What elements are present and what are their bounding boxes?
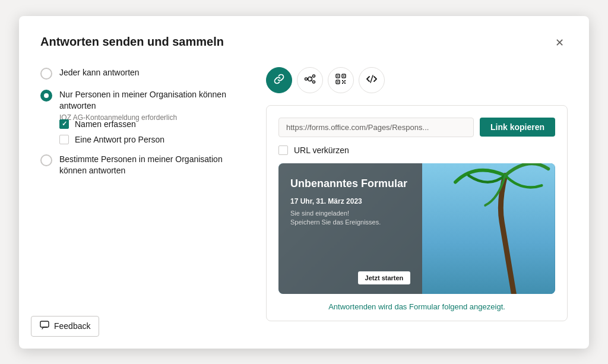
preview-date: 17 Uhr, 31. März 2023 [290,197,410,205]
svg-rect-8 [337,75,338,77]
svg-rect-13 [342,80,343,81]
feedback-button[interactable]: Feedback [31,316,99,337]
checkbox-antwort-box [59,135,69,144]
right-panel: Link kopieren URL verkürzen [266,67,568,334]
svg-rect-15 [342,83,343,84]
share-icon [304,73,316,87]
svg-point-1 [313,75,315,77]
svg-rect-20 [40,321,49,327]
tabs-row [266,67,568,93]
left-panel: Jeder kann antworten Nur Personen in mei… [40,67,242,334]
checkbox-namen[interactable]: Namen erfassen [59,119,242,129]
main-dialog: Antworten senden und sammeln ✕ Jeder kan… [19,16,589,349]
feedback-label: Feedback [54,321,90,331]
copy-link-button[interactable]: Link kopieren [480,118,555,137]
svg-rect-12 [337,81,338,83]
preview-card: Unbenanntes Formular 17 Uhr, 31. März 20… [278,163,555,294]
svg-rect-16 [344,83,346,84]
preview-form-title: Unbenanntes Formular [290,178,410,190]
tab-share[interactable] [297,67,323,93]
qr-icon [335,74,346,87]
svg-rect-10 [343,75,344,77]
preview-overlay: Unbenanntes Formular 17 Uhr, 31. März 20… [278,163,555,294]
link-icon [273,73,285,87]
url-shorten-checkbox[interactable] [278,145,288,155]
preview-invite-2: Speichern Sie das Ereignisses. [290,218,410,227]
url-shorten-label: URL verkürzen [294,145,349,155]
svg-rect-17 [343,81,344,83]
url-shorten-row[interactable]: URL verkürzen [278,145,555,155]
checkbox-antwort[interactable]: Eine Antwort pro Person [59,135,242,144]
radio-label-1: Jeder kann antworten [59,67,140,79]
checkbox-namen-box [59,119,69,129]
svg-rect-14 [344,80,346,81]
dialog-body: Jeder kann antworten Nur Personen in mei… [40,67,568,334]
tab-embed[interactable] [359,67,385,93]
radio-option-3[interactable]: Bestimmte Personen in meiner Organisatio… [40,154,242,177]
radio-option-group-2: Nur Personen in meiner Organisation könn… [40,89,242,144]
radio-circle-3 [40,154,52,166]
radio-circle-1 [40,68,52,80]
tab-link[interactable] [266,67,292,93]
radio-circle-2 [40,90,52,102]
svg-point-3 [313,81,315,83]
preview-start-button[interactable]: Jetzt starten [358,271,411,284]
dialog-header: Antworten senden und sammeln ✕ [40,35,568,50]
radio-label-3: Bestimmte Personen in meiner Organisatio… [59,154,242,177]
url-input[interactable] [278,118,474,137]
checkbox-group: Namen erfassen Eine Antwort pro Person [59,119,242,144]
content-card: Link kopieren URL verkürzen [266,105,568,321]
feedback-icon [40,321,49,332]
url-row: Link kopieren [278,118,555,137]
preview-dark-panel: Unbenanntes Formular 17 Uhr, 31. März 20… [278,163,422,294]
radio-option-2[interactable]: Nur Personen in meiner Organisation könn… [40,89,242,122]
checkbox-namen-label: Namen erfassen [75,119,136,129]
radio-option-1[interactable]: Jeder kann antworten [40,67,242,80]
embed-icon [366,74,377,87]
dialog-title: Antworten senden und sammeln [40,35,224,49]
radio-label-2: Nur Personen in meiner Organisation könn… [59,89,242,112]
preview-caption: Antwortenden wird das Formular folgend a… [278,302,555,311]
tab-qr[interactable] [328,67,354,93]
close-button[interactable]: ✕ [552,35,568,50]
preview-invite-1: Sie sind eingeladen! [290,209,410,218]
checkbox-antwort-label: Eine Antwort pro Person [75,135,164,144]
svg-point-2 [305,78,308,80]
svg-line-18 [370,75,373,83]
